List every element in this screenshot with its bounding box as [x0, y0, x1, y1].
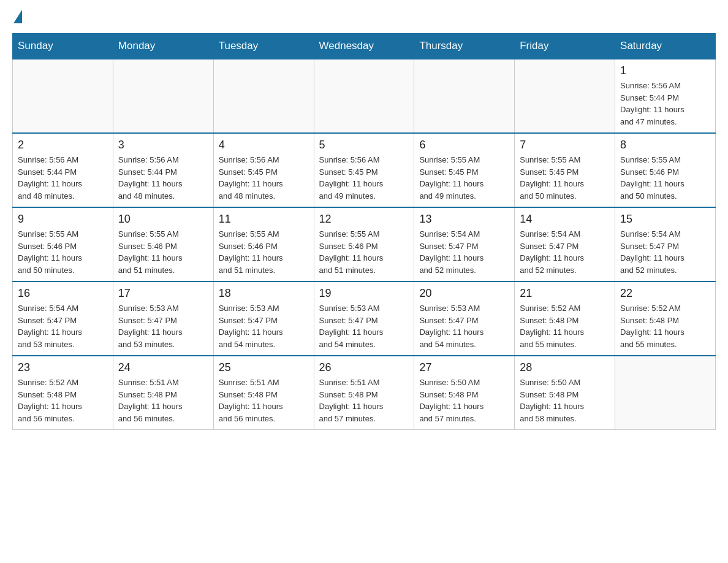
day-number: 13 — [419, 213, 509, 226]
calendar-day-cell — [13, 59, 113, 133]
calendar-day-cell — [515, 59, 615, 133]
calendar-day-cell: 11Sunrise: 5:55 AM Sunset: 5:46 PM Dayli… — [213, 207, 314, 282]
calendar-day-cell: 3Sunrise: 5:56 AM Sunset: 5:44 PM Daylig… — [113, 133, 213, 207]
day-number: 12 — [319, 213, 409, 226]
calendar-day-cell: 9Sunrise: 5:55 AM Sunset: 5:46 PM Daylig… — [13, 207, 113, 282]
calendar-week-row: 16Sunrise: 5:54 AM Sunset: 5:47 PM Dayli… — [13, 282, 716, 356]
page-header — [12, 12, 716, 21]
day-info: Sunrise: 5:55 AM Sunset: 5:46 PM Dayligh… — [18, 228, 108, 276]
day-number: 7 — [520, 139, 610, 151]
calendar-week-row: 1Sunrise: 5:56 AM Sunset: 5:44 PM Daylig… — [13, 59, 716, 133]
day-number: 8 — [620, 139, 710, 151]
calendar-day-cell: 8Sunrise: 5:55 AM Sunset: 5:46 PM Daylig… — [615, 133, 716, 207]
calendar-day-cell: 7Sunrise: 5:55 AM Sunset: 5:45 PM Daylig… — [515, 133, 615, 207]
day-number: 21 — [520, 287, 610, 300]
day-number: 25 — [219, 361, 309, 374]
day-number: 11 — [219, 213, 309, 226]
calendar-day-cell: 28Sunrise: 5:50 AM Sunset: 5:48 PM Dayli… — [515, 356, 615, 430]
day-number: 5 — [319, 139, 409, 151]
day-of-week-header: Tuesday — [213, 34, 314, 59]
day-info: Sunrise: 5:56 AM Sunset: 5:44 PM Dayligh… — [620, 80, 710, 128]
day-number: 28 — [520, 361, 610, 374]
calendar-day-cell — [314, 59, 414, 133]
day-number: 22 — [620, 287, 710, 300]
calendar-day-cell: 6Sunrise: 5:55 AM Sunset: 5:45 PM Daylig… — [414, 133, 515, 207]
calendar-day-cell: 18Sunrise: 5:53 AM Sunset: 5:47 PM Dayli… — [213, 282, 314, 356]
day-number: 24 — [118, 361, 208, 374]
calendar-day-cell: 20Sunrise: 5:53 AM Sunset: 5:47 PM Dayli… — [414, 282, 515, 356]
calendar-week-row: 9Sunrise: 5:55 AM Sunset: 5:46 PM Daylig… — [13, 207, 716, 282]
day-info: Sunrise: 5:54 AM Sunset: 5:47 PM Dayligh… — [419, 228, 509, 276]
calendar-day-cell: 14Sunrise: 5:54 AM Sunset: 5:47 PM Dayli… — [515, 207, 615, 282]
day-number: 6 — [419, 139, 509, 151]
calendar-day-cell: 5Sunrise: 5:56 AM Sunset: 5:45 PM Daylig… — [314, 133, 414, 207]
calendar-table: SundayMondayTuesdayWednesdayThursdayFrid… — [12, 33, 716, 430]
day-number: 16 — [18, 287, 108, 300]
calendar-day-cell: 17Sunrise: 5:53 AM Sunset: 5:47 PM Dayli… — [113, 282, 213, 356]
day-of-week-header: Thursday — [414, 34, 515, 59]
day-number: 17 — [118, 287, 208, 300]
day-info: Sunrise: 5:51 AM Sunset: 5:48 PM Dayligh… — [118, 377, 208, 424]
day-number: 3 — [118, 139, 208, 151]
day-info: Sunrise: 5:53 AM Sunset: 5:47 PM Dayligh… — [319, 302, 409, 350]
calendar-day-cell: 4Sunrise: 5:56 AM Sunset: 5:45 PM Daylig… — [213, 133, 314, 207]
calendar-day-cell: 22Sunrise: 5:52 AM Sunset: 5:48 PM Dayli… — [615, 282, 716, 356]
day-info: Sunrise: 5:54 AM Sunset: 5:47 PM Dayligh… — [18, 302, 108, 350]
calendar-day-cell: 1Sunrise: 5:56 AM Sunset: 5:44 PM Daylig… — [615, 59, 716, 133]
day-info: Sunrise: 5:56 AM Sunset: 5:44 PM Dayligh… — [18, 154, 108, 202]
day-info: Sunrise: 5:50 AM Sunset: 5:48 PM Dayligh… — [520, 377, 610, 424]
day-number: 4 — [219, 139, 309, 151]
day-number: 2 — [18, 139, 108, 151]
calendar-header-row: SundayMondayTuesdayWednesdayThursdayFrid… — [13, 34, 716, 59]
day-info: Sunrise: 5:55 AM Sunset: 5:46 PM Dayligh… — [219, 228, 309, 276]
day-of-week-header: Saturday — [615, 34, 716, 59]
calendar-day-cell — [113, 59, 213, 133]
day-info: Sunrise: 5:55 AM Sunset: 5:46 PM Dayligh… — [118, 228, 208, 276]
calendar-week-row: 2Sunrise: 5:56 AM Sunset: 5:44 PM Daylig… — [13, 133, 716, 207]
calendar-day-cell: 10Sunrise: 5:55 AM Sunset: 5:46 PM Dayli… — [113, 207, 213, 282]
day-info: Sunrise: 5:52 AM Sunset: 5:48 PM Dayligh… — [18, 377, 108, 424]
calendar-day-cell: 12Sunrise: 5:55 AM Sunset: 5:46 PM Dayli… — [314, 207, 414, 282]
calendar-day-cell: 19Sunrise: 5:53 AM Sunset: 5:47 PM Dayli… — [314, 282, 414, 356]
calendar-day-cell — [414, 59, 515, 133]
day-info: Sunrise: 5:52 AM Sunset: 5:48 PM Dayligh… — [520, 302, 610, 350]
day-number: 19 — [319, 287, 409, 300]
day-info: Sunrise: 5:51 AM Sunset: 5:48 PM Dayligh… — [319, 377, 409, 424]
calendar-day-cell: 27Sunrise: 5:50 AM Sunset: 5:48 PM Dayli… — [414, 356, 515, 430]
day-info: Sunrise: 5:54 AM Sunset: 5:47 PM Dayligh… — [620, 228, 710, 276]
calendar-day-cell: 15Sunrise: 5:54 AM Sunset: 5:47 PM Dayli… — [615, 207, 716, 282]
day-number: 1 — [620, 64, 710, 77]
day-info: Sunrise: 5:55 AM Sunset: 5:46 PM Dayligh… — [620, 154, 710, 202]
day-number: 26 — [319, 361, 409, 374]
day-number: 27 — [419, 361, 509, 374]
day-number: 10 — [118, 213, 208, 226]
day-of-week-header: Monday — [113, 34, 213, 59]
day-info: Sunrise: 5:56 AM Sunset: 5:44 PM Dayligh… — [118, 154, 208, 202]
day-info: Sunrise: 5:53 AM Sunset: 5:47 PM Dayligh… — [118, 302, 208, 350]
logo — [12, 12, 22, 21]
calendar-day-cell: 13Sunrise: 5:54 AM Sunset: 5:47 PM Dayli… — [414, 207, 515, 282]
day-number: 20 — [419, 287, 509, 300]
day-of-week-header: Sunday — [13, 34, 113, 59]
day-info: Sunrise: 5:51 AM Sunset: 5:48 PM Dayligh… — [219, 377, 309, 424]
calendar-day-cell: 16Sunrise: 5:54 AM Sunset: 5:47 PM Dayli… — [13, 282, 113, 356]
day-number: 14 — [520, 213, 610, 226]
day-info: Sunrise: 5:55 AM Sunset: 5:46 PM Dayligh… — [319, 228, 409, 276]
day-number: 15 — [620, 213, 710, 226]
day-info: Sunrise: 5:53 AM Sunset: 5:47 PM Dayligh… — [419, 302, 509, 350]
calendar-day-cell: 25Sunrise: 5:51 AM Sunset: 5:48 PM Dayli… — [213, 356, 314, 430]
calendar-day-cell: 24Sunrise: 5:51 AM Sunset: 5:48 PM Dayli… — [113, 356, 213, 430]
day-number: 9 — [18, 213, 108, 226]
calendar-day-cell: 26Sunrise: 5:51 AM Sunset: 5:48 PM Dayli… — [314, 356, 414, 430]
day-of-week-header: Wednesday — [314, 34, 414, 59]
calendar-day-cell — [615, 356, 716, 430]
calendar-day-cell — [213, 59, 314, 133]
day-info: Sunrise: 5:50 AM Sunset: 5:48 PM Dayligh… — [419, 377, 509, 424]
day-of-week-header: Friday — [515, 34, 615, 59]
day-info: Sunrise: 5:52 AM Sunset: 5:48 PM Dayligh… — [620, 302, 710, 350]
day-number: 23 — [18, 361, 108, 374]
day-info: Sunrise: 5:55 AM Sunset: 5:45 PM Dayligh… — [419, 154, 509, 202]
day-info: Sunrise: 5:56 AM Sunset: 5:45 PM Dayligh… — [319, 154, 409, 202]
day-info: Sunrise: 5:54 AM Sunset: 5:47 PM Dayligh… — [520, 228, 610, 276]
day-info: Sunrise: 5:55 AM Sunset: 5:45 PM Dayligh… — [520, 154, 610, 202]
